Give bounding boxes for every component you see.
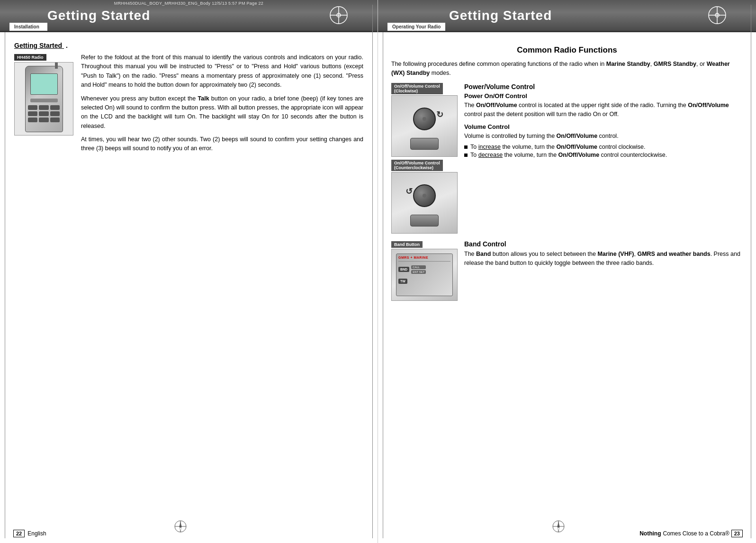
left-header: MRHH450DUAL_BODY_MRHH330_ENG_Body 12/5/1… (0, 0, 378, 32)
band-buttons-row: BND CALL ENT SET (398, 265, 450, 274)
band-device-container: Band Button GMRS + MARINE BND CALL (391, 240, 458, 301)
left-content: Getting Started . HH450 Radio (0, 32, 378, 172)
paragraph-1: Refer to the foldout at the front of thi… (81, 53, 363, 90)
left-page: MRHH450DUAL_BODY_MRHH330_ENG_Body 12/5/1… (0, 0, 378, 543)
intro-text: The following procedures define common o… (391, 60, 743, 78)
hh450-radio-image-box: HH450 Radio (14, 53, 73, 136)
band-logo-text: GMRS + MARINE (398, 256, 428, 259)
bottom-compass-right (552, 520, 565, 534)
band-control-text: Band Control The Band button allows you … (464, 240, 743, 268)
left-section-title: Getting Started . (14, 42, 363, 49)
language-label: English (27, 530, 46, 537)
left-header-title: Getting Started (47, 8, 150, 23)
band-control-row: Band Button GMRS + MARINE BND CALL (391, 240, 743, 301)
left-header-tab: Installation (9, 23, 47, 31)
power-on-off-body: The On/Off/Volume control is located at … (464, 101, 743, 119)
ccw-label: On/Off/Volume Control(Counterclockwise) (391, 160, 443, 171)
power-volume-row: On/Off/Volume Control(Clockwise) ↻ (391, 83, 743, 234)
right-footer-tagline: Nothing Comes Close to a Cobra® 23 (639, 530, 743, 537)
tw-button: TW (398, 279, 407, 284)
paragraph-2: Whenever you press any button except the… (81, 94, 363, 131)
right-header-compass-icon (707, 5, 728, 27)
radio-screen (30, 73, 58, 95)
knob-circle-ccw: ↺ (413, 184, 436, 207)
header-compass-icon (328, 5, 349, 26)
volume-control-body: Volume is controlled by turning the On/O… (464, 132, 743, 141)
radio-buttons (28, 105, 60, 122)
tagline-rest: Comes Close to a Cobra® (663, 530, 729, 537)
bullet-sq-1 (464, 145, 468, 149)
power-on-off-title: Power On/Off Control (464, 92, 743, 100)
band-device-image: GMRS + MARINE BND CALL ENT SET (391, 249, 458, 301)
ent-set-button: ENT SET (411, 270, 426, 274)
bullet-decrease: To decrease the volume, turn the On/Off/… (464, 152, 743, 158)
band-button-label: Band Button (391, 241, 423, 248)
knob-circle: ↻ (413, 108, 436, 130)
left-page-number-area: 22 English (13, 530, 46, 537)
right-header: Operating Your Radio Getting Started (378, 0, 756, 32)
right-header-title: Getting Started (449, 8, 552, 23)
band-logo-row: GMRS + MARINE (398, 256, 450, 259)
right-page: Operating Your Radio Getting Started Com… (378, 0, 756, 543)
bullet-sq-2 (464, 154, 468, 157)
bullet-decrease-text: To decrease the volume, turn the On/Off/… (470, 152, 667, 158)
right-page-number: 23 (731, 530, 743, 537)
file-info: MRHH450DUAL_BODY_MRHH330_ENG_Body 12/5/1… (0, 1, 378, 6)
left-footer: 22 English (0, 530, 378, 537)
bullet-increase: To increase the volume, turn the On/Off/… (464, 144, 743, 150)
bullet-increase-text: To increase the volume, turn the On/Off/… (470, 144, 645, 150)
band-control-title: Band Control (464, 240, 743, 248)
radio-image (14, 62, 73, 136)
common-radio-functions-title: Common Radio Functions (391, 45, 743, 55)
nothing-bold: Nothing (639, 530, 661, 537)
paragraph-3: At times, you will hear two (2) other so… (81, 135, 363, 154)
call-button: CALL (411, 265, 426, 269)
right-footer: Nothing Comes Close to a Cobra® 23 (378, 530, 756, 537)
volume-control-title: Volume Control (464, 123, 743, 130)
bnd-button: BND (398, 267, 409, 272)
knob-base-ccw (410, 215, 439, 226)
clockwise-device-container: On/Off/Volume Control(Clockwise) ↻ (391, 83, 458, 234)
left-border-right-page (383, 5, 383, 538)
power-volume-title: Power/Volume Control (464, 83, 743, 90)
left-page-number: 22 (13, 530, 25, 537)
band-panel: GMRS + MARINE BND CALL ENT SET (396, 253, 453, 296)
knob-base-cw (410, 138, 439, 150)
clockwise-device-image: ↻ (391, 95, 458, 157)
radio-drawing (25, 66, 63, 132)
right-border-left-page (372, 5, 373, 538)
knob-ccw-drawing: ↺ (408, 179, 441, 226)
knob-cw-drawing: ↻ (408, 102, 441, 150)
ccw-device-image: ↺ (391, 172, 458, 234)
band-control-body: The Band button allows you to select bet… (464, 250, 743, 268)
power-volume-text: Power/Volume Control Power On/Off Contro… (464, 83, 743, 160)
clockwise-label: On/Off/Volume Control(Clockwise) (391, 83, 443, 94)
bottom-compass-left (174, 520, 187, 534)
right-content: Common Radio Functions The following pro… (378, 32, 756, 317)
antenna (55, 62, 58, 69)
left-body-text: Refer to the foldout at the front of thi… (81, 53, 363, 158)
right-header-tab: Operating Your Radio (387, 23, 445, 31)
radio-image-label: HH450 Radio (14, 54, 46, 61)
ccw-arrow-icon: ↺ (405, 186, 413, 197)
page-spread: MRHH450DUAL_BODY_MRHH330_ENG_Body 12/5/1… (0, 0, 756, 543)
right-border-right-page (751, 5, 751, 538)
dot-decoration: . (66, 42, 68, 49)
cw-arrow-icon: ↻ (436, 109, 443, 120)
